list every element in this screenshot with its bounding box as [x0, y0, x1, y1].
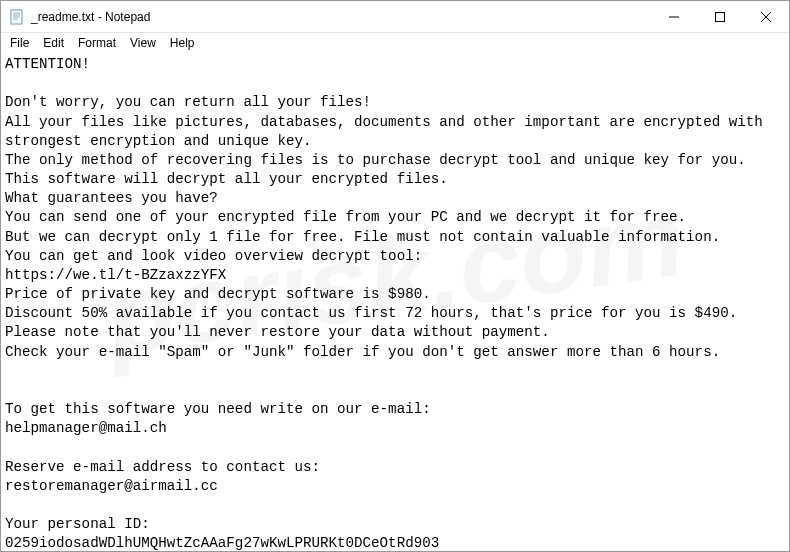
menu-view[interactable]: View [123, 35, 163, 51]
text-area[interactable]: ATTENTION! Don't worry, you can return a… [1, 53, 789, 551]
notepad-icon [9, 9, 25, 25]
close-button[interactable] [743, 1, 789, 32]
maximize-button[interactable] [697, 1, 743, 32]
menu-edit[interactable]: Edit [36, 35, 71, 51]
close-icon [761, 12, 771, 22]
notepad-window: _readme.txt - Notepad File Edit Format V… [0, 0, 790, 552]
minimize-button[interactable] [651, 1, 697, 32]
titlebar: _readme.txt - Notepad [1, 1, 789, 33]
menubar: File Edit Format View Help [1, 33, 789, 53]
window-title: _readme.txt - Notepad [31, 10, 651, 24]
menu-help[interactable]: Help [163, 35, 202, 51]
window-controls [651, 1, 789, 32]
svg-rect-6 [716, 12, 725, 21]
menu-file[interactable]: File [3, 35, 36, 51]
maximize-icon [715, 12, 725, 22]
minimize-icon [669, 12, 679, 22]
menu-format[interactable]: Format [71, 35, 123, 51]
